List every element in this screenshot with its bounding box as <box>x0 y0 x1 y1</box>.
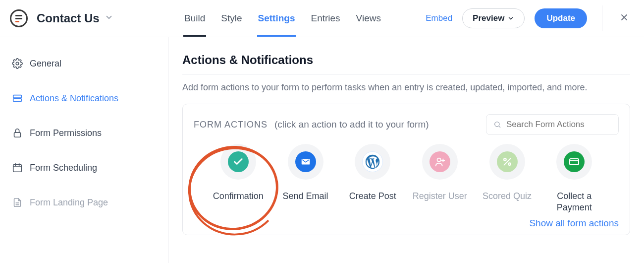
search-input[interactable] <box>506 120 611 130</box>
percent-icon <box>497 151 518 172</box>
lock-icon <box>12 128 23 138</box>
search-form-actions[interactable] <box>486 114 619 135</box>
svg-point-2 <box>16 62 19 65</box>
svg-rect-4 <box>13 99 22 102</box>
sidebar-item-permissions[interactable]: Form Permissions <box>0 116 168 150</box>
action-scored-quiz[interactable]: Scored Quiz <box>474 144 541 214</box>
action-collect-payment[interactable]: Collect a Payment <box>540 144 608 214</box>
update-button[interactable]: Update <box>535 8 587 28</box>
tab-views[interactable]: Views <box>355 0 382 37</box>
sidebar-item-actions-notifications[interactable]: Actions & Notifications <box>0 81 168 116</box>
top-bar: Contact Us Build Style Settings Entries … <box>0 0 644 37</box>
svg-point-14 <box>437 158 440 162</box>
mail-icon <box>295 151 316 172</box>
svg-rect-6 <box>13 165 22 172</box>
app-logo <box>10 9 28 27</box>
calendar-icon <box>12 162 23 173</box>
embed-link[interactable]: Embed <box>426 13 452 23</box>
sidebar-item-general[interactable]: General <box>0 46 168 81</box>
settings-sidebar: General Actions & Notifications Form Per… <box>0 37 168 263</box>
credit-card-icon <box>564 151 585 172</box>
close-button[interactable] <box>616 8 632 28</box>
svg-rect-5 <box>14 132 21 137</box>
page-description: Add form actions to your form to perform… <box>182 82 630 93</box>
page-icon <box>12 197 23 208</box>
action-send-email[interactable]: Send Email <box>272 144 339 214</box>
tab-build[interactable]: Build <box>183 0 206 37</box>
svg-point-18 <box>504 158 506 161</box>
chevron-down-icon <box>507 15 514 22</box>
action-label: Register User <box>413 191 467 202</box>
preview-label: Preview <box>473 13 504 23</box>
sidebar-item-label: Form Permissions <box>30 128 102 138</box>
form-actions-panel: FORM ACTIONS (click an action to add it … <box>182 104 630 235</box>
sidebar-item-landing-page[interactable]: Form Landing Page <box>0 185 168 220</box>
stack-icon <box>12 93 23 104</box>
svg-point-19 <box>508 163 511 165</box>
svg-line-13 <box>499 126 500 128</box>
svg-rect-20 <box>570 159 579 165</box>
check-icon <box>228 151 249 172</box>
sidebar-item-label: Form Scheduling <box>30 163 97 173</box>
action-label: Create Post <box>349 191 396 202</box>
wordpress-icon <box>362 151 383 172</box>
sidebar-item-scheduling[interactable]: Form Scheduling <box>0 150 168 185</box>
tab-style[interactable]: Style <box>220 0 243 37</box>
action-label: Send Email <box>282 191 328 202</box>
svg-line-17 <box>504 159 510 165</box>
svg-rect-3 <box>13 95 22 98</box>
form-actions-hint: (click an action to add it to your form) <box>274 119 429 130</box>
tab-entries[interactable]: Entries <box>310 0 341 37</box>
action-register-user[interactable]: Register User <box>406 144 474 214</box>
svg-point-12 <box>495 122 499 127</box>
tab-settings[interactable]: Settings <box>257 0 296 37</box>
divider <box>602 5 602 31</box>
form-actions-heading: FORM ACTIONS <box>194 120 268 130</box>
preview-button[interactable]: Preview <box>462 8 525 28</box>
action-label: Collect a Payment <box>540 191 608 214</box>
sidebar-item-label: General <box>30 59 61 69</box>
actions-grid: Confirmation Send Email Create Post <box>194 144 619 214</box>
main-tabs: Build Style Settings Entries Views <box>183 0 382 37</box>
action-label: Scored Quiz <box>483 191 532 202</box>
form-title: Contact Us <box>37 11 100 25</box>
sidebar-item-label: Actions & Notifications <box>30 93 118 104</box>
main-content: Actions & Notifications Add form actions… <box>168 37 644 263</box>
search-icon <box>493 120 501 129</box>
user-plus-icon <box>429 151 450 172</box>
page-title: Actions & Notifications <box>182 53 630 74</box>
close-icon <box>619 12 629 22</box>
action-create-post[interactable]: Create Post <box>339 144 406 214</box>
sidebar-item-label: Form Landing Page <box>30 197 108 208</box>
action-label: Confirmation <box>213 191 264 202</box>
gear-icon <box>12 58 23 69</box>
action-confirmation[interactable]: Confirmation <box>205 144 272 214</box>
form-switcher-chevron-icon[interactable] <box>105 13 113 24</box>
show-all-actions-link[interactable]: Show all form actions <box>529 218 619 228</box>
